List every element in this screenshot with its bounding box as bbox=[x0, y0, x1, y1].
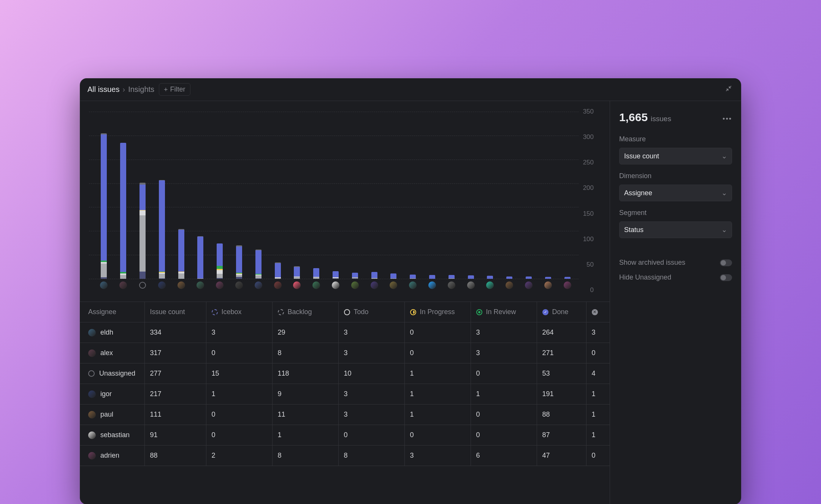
table-cell: 8 bbox=[338, 446, 404, 466]
column-header[interactable]: ✕ bbox=[586, 302, 610, 322]
y-tick-label: 250 bbox=[583, 159, 594, 166]
avatar bbox=[467, 281, 475, 289]
chevron-down-icon: ⌄ bbox=[721, 152, 727, 160]
bar-segment-done bbox=[178, 230, 184, 272]
bar-column[interactable] bbox=[114, 112, 133, 279]
filter-button[interactable]: + Filter bbox=[159, 83, 190, 96]
bar-column[interactable] bbox=[558, 112, 577, 279]
table-cell: 118 bbox=[272, 363, 338, 384]
bar-column[interactable] bbox=[230, 112, 249, 279]
assignee-name: sebastian bbox=[100, 431, 130, 439]
bar-column[interactable] bbox=[307, 112, 326, 279]
table-row[interactable]: igor217193111911 bbox=[80, 384, 610, 404]
bar-column[interactable] bbox=[210, 112, 230, 279]
avatar bbox=[371, 281, 378, 289]
dimension-select[interactable]: Assignee ⌄ bbox=[619, 185, 732, 201]
bar-column[interactable] bbox=[461, 112, 480, 279]
avatar bbox=[448, 281, 455, 289]
bar-segment-done bbox=[468, 275, 474, 279]
column-header[interactable]: In Review bbox=[471, 302, 537, 322]
measure-select[interactable]: Issue count ⌄ bbox=[619, 148, 732, 164]
table-cell: 29 bbox=[272, 322, 338, 343]
bar-column[interactable] bbox=[287, 112, 307, 279]
chevron-down-icon: ⌄ bbox=[721, 226, 727, 234]
bar-column[interactable] bbox=[191, 112, 210, 279]
bar-column[interactable] bbox=[365, 112, 384, 279]
summary-header: 1,665 issues ••• bbox=[619, 111, 732, 124]
bar-segment-backlog bbox=[390, 278, 396, 279]
bar-column[interactable] bbox=[94, 112, 114, 279]
bar-column[interactable] bbox=[326, 112, 346, 279]
table-cell: 0 bbox=[404, 343, 471, 363]
collapse-icon[interactable] bbox=[724, 84, 734, 95]
bar-segment-backlog bbox=[294, 277, 300, 279]
bar-segment-done bbox=[390, 273, 396, 278]
column-header[interactable]: ✓Done bbox=[537, 302, 586, 322]
table-scroll[interactable]: AssigneeIssue countIceboxBacklogTodoIn P… bbox=[80, 302, 610, 504]
table-cell: 0 bbox=[206, 404, 272, 425]
bar-column[interactable] bbox=[403, 112, 423, 279]
table-cell: 277 bbox=[144, 363, 206, 384]
bar-segment-backlog bbox=[178, 273, 184, 279]
table-row[interactable]: Unassigned277151181010534 bbox=[80, 363, 610, 384]
table-cell: 0 bbox=[471, 425, 537, 446]
table-row[interactable]: eldh3343293032643 bbox=[80, 322, 610, 343]
measure-value: Issue count bbox=[624, 152, 659, 160]
bar-column[interactable] bbox=[538, 112, 558, 279]
main-panel: 050100150200250300350 AssigneeIssue coun… bbox=[80, 101, 610, 504]
column-header[interactable]: Icebox bbox=[206, 302, 272, 322]
dimension-value: Assignee bbox=[624, 189, 652, 197]
segment-select[interactable]: Status ⌄ bbox=[619, 221, 732, 238]
bar-column[interactable] bbox=[345, 112, 365, 279]
bar-segment-done bbox=[236, 246, 242, 273]
bar-column[interactable] bbox=[268, 112, 287, 279]
column-header[interactable]: Issue count bbox=[144, 302, 206, 322]
avatar bbox=[88, 390, 96, 398]
bar-column[interactable] bbox=[171, 112, 191, 279]
column-header[interactable]: Todo bbox=[338, 302, 404, 322]
table-row[interactable]: alex317083032710 bbox=[80, 343, 610, 363]
table-row[interactable]: paul111011310881 bbox=[80, 404, 610, 425]
bar-column[interactable] bbox=[384, 112, 403, 279]
column-header[interactable]: Assignee bbox=[80, 302, 144, 322]
bar-column[interactable] bbox=[442, 112, 461, 279]
bar-column[interactable] bbox=[519, 112, 539, 279]
breadcrumb-leaf: Insights bbox=[128, 85, 154, 94]
bar-column[interactable] bbox=[480, 112, 500, 279]
bar-column[interactable] bbox=[133, 112, 152, 279]
segment-value: Status bbox=[624, 226, 643, 234]
column-header-label: Done bbox=[552, 308, 569, 316]
table-row[interactable]: adrien8828836470 bbox=[80, 446, 610, 466]
table-cell: 2 bbox=[206, 446, 272, 466]
chevron-down-icon: ⌄ bbox=[721, 189, 727, 197]
in-progress-status-icon bbox=[410, 309, 416, 315]
avatar bbox=[506, 281, 513, 289]
table-cell: 3 bbox=[338, 322, 404, 343]
bar-column[interactable] bbox=[152, 112, 171, 279]
table-row[interactable]: sebastian9101000871 bbox=[80, 425, 610, 446]
bar-column[interactable] bbox=[423, 112, 442, 279]
more-icon[interactable]: ••• bbox=[723, 115, 732, 123]
column-header-label: In Review bbox=[486, 308, 516, 316]
done-status-icon: ✓ bbox=[542, 309, 548, 315]
toggle-unassigned[interactable] bbox=[720, 274, 732, 281]
cancelled-status-icon: ✕ bbox=[592, 309, 598, 315]
app-window: All issues › Insights + Filter 050100150… bbox=[80, 78, 741, 504]
avatar bbox=[564, 281, 571, 289]
column-header[interactable]: In Progress bbox=[404, 302, 471, 322]
table-cell: 10 bbox=[338, 363, 404, 384]
bar-column[interactable] bbox=[249, 112, 268, 279]
assignee-name: Unassigned bbox=[99, 370, 135, 378]
bar-segment-done bbox=[545, 277, 551, 279]
avatar bbox=[544, 281, 552, 289]
avatar bbox=[332, 281, 339, 289]
bar-segment-done bbox=[352, 273, 358, 278]
body: 050100150200250300350 AssigneeIssue coun… bbox=[80, 101, 741, 504]
toggle-archived[interactable] bbox=[720, 259, 732, 266]
plus-icon: + bbox=[164, 86, 168, 93]
column-header[interactable]: Backlog bbox=[272, 302, 338, 322]
bar-column[interactable] bbox=[500, 112, 519, 279]
table-cell: 15 bbox=[206, 363, 272, 384]
breadcrumb-root[interactable]: All issues bbox=[87, 85, 119, 94]
avatar bbox=[197, 281, 204, 289]
